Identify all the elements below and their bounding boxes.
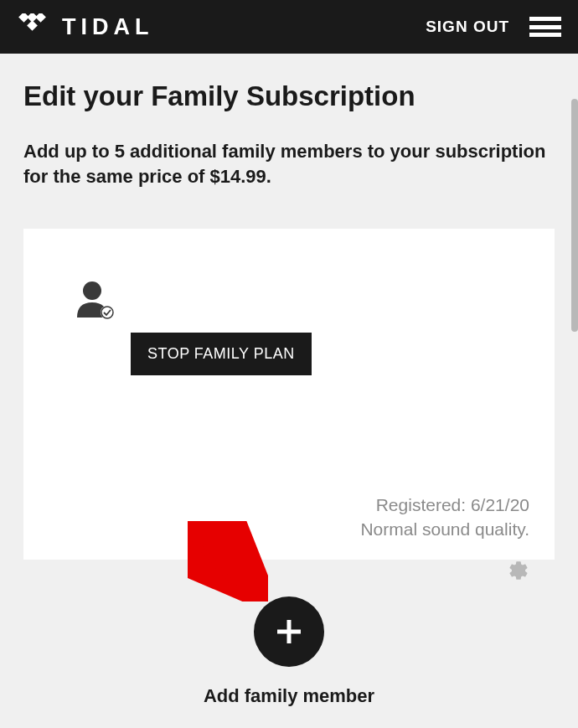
svg-point-4 bbox=[83, 281, 101, 300]
scrollbar[interactable] bbox=[571, 99, 578, 332]
sign-out-link[interactable]: SIGN OUT bbox=[426, 18, 509, 36]
svg-rect-0 bbox=[18, 13, 29, 23]
page-description: Add up to 5 additional family members to… bbox=[23, 139, 555, 188]
menu-icon[interactable] bbox=[529, 17, 561, 37]
sound-quality: Normal sound quality. bbox=[360, 517, 529, 541]
svg-rect-3 bbox=[27, 20, 38, 31]
svg-point-5 bbox=[101, 306, 114, 319]
add-member-label: Add family member bbox=[204, 685, 374, 707]
svg-rect-2 bbox=[35, 13, 46, 23]
settings-gear-icon[interactable] bbox=[508, 560, 529, 581]
brand-name: TIDAL bbox=[62, 14, 153, 40]
header-right: SIGN OUT bbox=[426, 17, 561, 37]
member-card: STOP FAMILY PLAN Registered: 6/21/20 Nor… bbox=[23, 229, 555, 560]
add-family-member-button[interactable] bbox=[254, 596, 324, 667]
registered-date: Registered: 6/21/20 bbox=[360, 493, 529, 517]
add-member-section: Add family member bbox=[23, 596, 555, 707]
plus-icon bbox=[272, 615, 306, 648]
tidal-logo-icon bbox=[17, 13, 47, 40]
user-avatar bbox=[74, 279, 114, 319]
stop-family-plan-button[interactable]: STOP FAMILY PLAN bbox=[131, 333, 312, 375]
logo-section: TIDAL bbox=[17, 13, 153, 40]
person-icon bbox=[74, 279, 114, 319]
card-footer: Registered: 6/21/20 Normal sound quality… bbox=[360, 493, 529, 542]
app-header: TIDAL SIGN OUT bbox=[0, 0, 578, 54]
page-title: Edit your Family Subscription bbox=[23, 80, 555, 112]
main-content: Edit your Family Subscription Add up to … bbox=[0, 54, 578, 728]
